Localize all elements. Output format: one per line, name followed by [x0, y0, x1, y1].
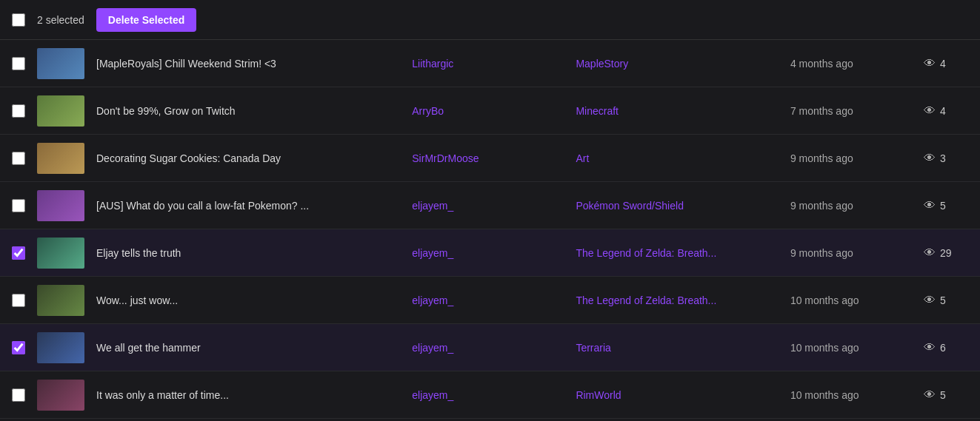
clip-game[interactable]: Art — [576, 152, 779, 164]
clip-date: 4 months ago — [790, 58, 912, 70]
row-checkbox[interactable] — [12, 388, 25, 402]
row-checkbox[interactable] — [12, 57, 25, 70]
eye-icon: 👁 — [924, 57, 936, 70]
clip-channel[interactable]: eljayem_ — [412, 389, 564, 401]
row-checkbox[interactable] — [12, 199, 25, 212]
clip-channel[interactable]: SirMrDrMoose — [412, 152, 564, 164]
clip-date: 10 months ago — [790, 389, 912, 401]
clip-title: It was only a matter of time... — [96, 389, 400, 401]
clip-game[interactable]: RimWorld — [576, 389, 779, 401]
table-row: It was only a matter of time... eljayem_… — [0, 371, 980, 419]
clip-views: 👁 4 — [924, 104, 968, 118]
clip-views: 👁 6 — [924, 341, 968, 354]
delete-selected-button[interactable]: Delete Selected — [96, 8, 197, 32]
selected-count: 2 selected — [37, 14, 84, 26]
thumbnail — [37, 143, 84, 174]
thumbnail — [37, 48, 84, 79]
clip-title: [AUS] What do you call a low-fat Pokemon… — [96, 200, 400, 212]
clip-list: [MapleRoyals] Chill Weekend Strim! <3 Li… — [0, 40, 980, 421]
table-row: [AUS] What do you call a low-fat Pokemon… — [0, 182, 980, 229]
eye-icon: 👁 — [924, 152, 936, 165]
table-row: We all get the hammer eljayem_ Terraria … — [0, 324, 980, 371]
select-all-checkbox[interactable] — [12, 13, 25, 27]
clip-game[interactable]: Minecraft — [576, 105, 779, 117]
clip-channel[interactable]: eljayem_ — [412, 294, 564, 306]
clip-date: 10 months ago — [790, 342, 912, 354]
row-checkbox[interactable] — [12, 152, 25, 165]
clip-title: We all get the hammer — [96, 342, 400, 354]
clip-title: Decorating Sugar Cookies: Canada Day — [96, 152, 400, 164]
clip-channel[interactable]: eljayem_ — [412, 342, 564, 354]
clip-views: 👁 29 — [924, 246, 968, 260]
row-checkbox[interactable] — [12, 246, 25, 260]
clip-channel[interactable]: eljayem_ — [412, 200, 564, 212]
eye-icon: 👁 — [924, 294, 936, 307]
thumbnail — [37, 95, 84, 127]
table-row: Don't be 99%, Grow on Twitch ArryBo Mine… — [0, 87, 980, 135]
clip-date: 9 months ago — [790, 200, 912, 212]
table-row: Eljay tells the truth eljayem_ The Legen… — [0, 229, 980, 277]
eye-icon: 👁 — [924, 341, 936, 354]
clip-views: 👁 5 — [924, 388, 968, 402]
clip-title: Wow... just wow... — [96, 294, 400, 306]
clip-views: 👁 5 — [924, 199, 968, 212]
clip-channel[interactable]: ArryBo — [412, 105, 564, 117]
clip-date: 7 months ago — [790, 105, 912, 117]
row-checkbox[interactable] — [12, 104, 25, 118]
clip-title: Don't be 99%, Grow on Twitch — [96, 105, 400, 117]
clip-game[interactable]: Pokémon Sword/Shield — [576, 200, 779, 212]
clip-views: 👁 4 — [924, 57, 968, 70]
thumbnail — [37, 238, 84, 269]
clip-date: 9 months ago — [790, 247, 912, 259]
row-checkbox[interactable] — [12, 294, 25, 307]
table-row: Decorating Sugar Cookies: Canada Day Sir… — [0, 135, 980, 182]
row-checkbox[interactable] — [12, 341, 25, 354]
clip-views: 👁 3 — [924, 152, 968, 165]
thumbnail — [37, 285, 84, 316]
clip-game[interactable]: MapleStory — [576, 58, 779, 70]
clip-channel[interactable]: Liithargic — [412, 58, 564, 70]
clip-channel[interactable]: eljayem_ — [412, 247, 564, 259]
clip-date: 10 months ago — [790, 294, 912, 306]
thumbnail — [37, 190, 84, 221]
clip-date: 9 months ago — [790, 152, 912, 164]
clip-game[interactable]: Terraria — [576, 342, 779, 354]
clip-game[interactable]: The Legend of Zelda: Breath... — [576, 247, 779, 259]
clip-game[interactable]: The Legend of Zelda: Breath... — [576, 294, 779, 306]
clip-title: Eljay tells the truth — [96, 247, 400, 259]
clip-title: [MapleRoyals] Chill Weekend Strim! <3 — [96, 58, 400, 70]
thumbnail — [37, 332, 84, 363]
table-row: [MapleRoyals] Chill Weekend Strim! <3 Li… — [0, 40, 980, 87]
eye-icon: 👁 — [924, 199, 936, 212]
eye-icon: 👁 — [924, 104, 936, 118]
eye-icon: 👁 — [924, 388, 936, 402]
table-row: Wow... just wow... eljayem_ The Legend o… — [0, 277, 980, 324]
thumbnail — [37, 380, 84, 411]
toolbar: 2 selected Delete Selected — [0, 0, 980, 40]
clip-views: 👁 5 — [924, 294, 968, 307]
eye-icon: 👁 — [924, 246, 936, 260]
